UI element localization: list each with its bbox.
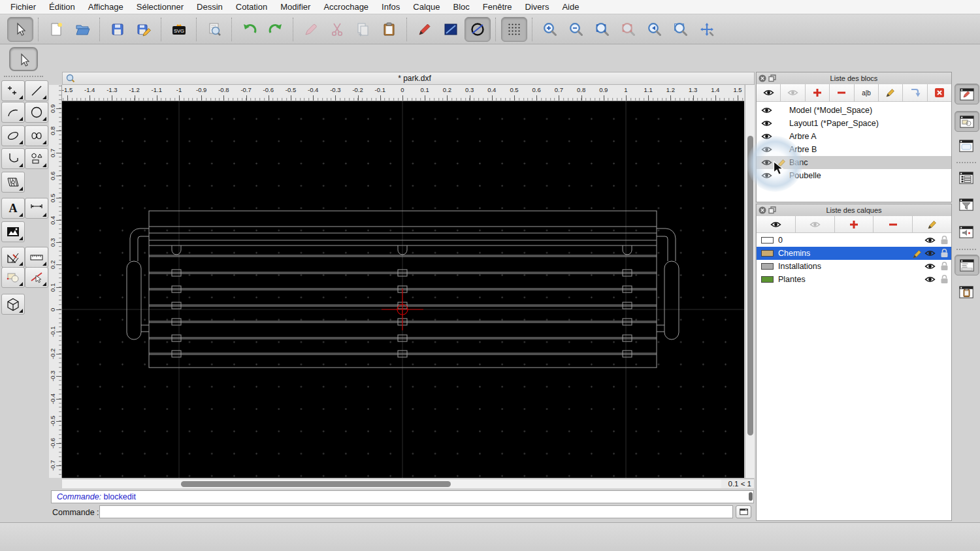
draw-circle-button[interactable]: [25, 102, 48, 123]
layer-lock-icon[interactable]: [940, 274, 949, 284]
menu-calque[interactable]: Calque: [406, 2, 446, 12]
draw-hatch-button[interactable]: [1, 172, 25, 193]
undock-icon[interactable]: [768, 74, 776, 82]
layer-row-installations[interactable]: Installations: [757, 260, 951, 273]
layer-color-swatch[interactable]: [761, 263, 774, 270]
layer-visibility-eye-icon[interactable]: [924, 276, 936, 283]
redo-button[interactable]: [263, 18, 288, 41]
block-row-banc[interactable]: Banc: [757, 156, 951, 169]
dock-entity-list-button[interactable]: [955, 168, 978, 187]
dock-filter-button[interactable]: [955, 195, 978, 214]
menu-sélectionner[interactable]: Sélectionner: [130, 2, 190, 12]
menu-affichage[interactable]: Affichage: [82, 2, 130, 12]
draw-polygon-button[interactable]: [25, 148, 48, 169]
insert-image-button[interactable]: [1, 221, 25, 242]
layer-visibility-eye-icon[interactable]: [924, 249, 936, 257]
command-window-button[interactable]: [736, 505, 751, 518]
block-row-arbre-b[interactable]: Arbre B: [757, 143, 951, 156]
layer-panel-titlebar[interactable]: Liste des calques: [757, 204, 951, 217]
save-as-button[interactable]: [131, 18, 156, 41]
dock-pen-window-button[interactable]: [955, 84, 979, 104]
edit-attributes-button[interactable]: [412, 18, 437, 41]
menu-modifier[interactable]: Modifier: [274, 2, 317, 12]
menu-accrochage[interactable]: Accrochage: [317, 2, 375, 12]
layer-visibility-eye-icon[interactable]: [924, 236, 936, 244]
block-visibility-eye-icon[interactable]: [761, 106, 772, 114]
menu-cotation[interactable]: Cotation: [229, 2, 274, 12]
draw-spline-button[interactable]: [25, 125, 48, 146]
block-visibility-eye-icon[interactable]: [761, 119, 772, 127]
layer-color-swatch[interactable]: [761, 237, 774, 244]
remove-block-button[interactable]: [830, 84, 854, 102]
show-all-layers-button[interactable]: [757, 216, 796, 233]
scrollbar-thumb[interactable]: [747, 136, 753, 435]
dock-library-browser-button[interactable]: [955, 136, 978, 155]
draw-solid-button[interactable]: [1, 294, 25, 315]
delete-entities-button[interactable]: [299, 18, 323, 41]
zoom-auto-button[interactable]: [590, 18, 615, 41]
draft-mode-button[interactable]: [465, 17, 491, 42]
menu-infos[interactable]: Infos: [375, 2, 406, 12]
export-svg-button[interactable]: SVG: [167, 18, 191, 41]
menu-divers[interactable]: Divers: [519, 2, 556, 12]
measure-tools-button[interactable]: [25, 247, 48, 268]
draw-arc-button[interactable]: [1, 102, 25, 123]
add-layer-button[interactable]: [835, 216, 874, 233]
select-arrow-button[interactable]: [7, 17, 33, 42]
menu-dessin[interactable]: Dessin: [190, 2, 229, 12]
edit-block-button[interactable]: [879, 84, 903, 102]
document-titlebar[interactable]: * park.dxf: [62, 72, 755, 85]
dock-notifications-button[interactable]: [955, 222, 978, 242]
block-row-model-model-space-[interactable]: Model (*Model_Space): [757, 104, 951, 117]
draw-ellipse-button[interactable]: [1, 125, 25, 146]
block-row-poubelle[interactable]: Poubelle: [757, 169, 951, 182]
block-visibility-eye-icon[interactable]: [761, 133, 772, 140]
remove-layer-button[interactable]: [874, 216, 913, 233]
open-file-button[interactable]: [70, 18, 95, 41]
copy-button[interactable]: [351, 18, 376, 41]
edit-layer-button[interactable]: [913, 216, 951, 233]
undock-icon[interactable]: [768, 206, 776, 214]
hide-all-blocks-button[interactable]: [781, 84, 805, 102]
block-visibility-eye-icon[interactable]: [761, 172, 772, 180]
layer-row-chemins[interactable]: Chemins: [757, 247, 951, 260]
block-visibility-eye-icon[interactable]: [761, 146, 772, 153]
layer-visibility-eye-icon[interactable]: [924, 262, 936, 270]
menu-fenêtre[interactable]: Fenêtre: [476, 2, 519, 12]
close-icon[interactable]: [759, 206, 766, 214]
draw-points-button[interactable]: [1, 80, 25, 101]
draw-dimension-button[interactable]: [25, 198, 48, 219]
selection-tool-button[interactable]: [9, 47, 38, 71]
close-block-edit-button[interactable]: [928, 84, 951, 102]
hide-all-layers-button[interactable]: [796, 216, 835, 233]
layer-row-0[interactable]: 0: [757, 234, 951, 247]
layer-color-swatch[interactable]: [761, 276, 774, 283]
draw-order-button[interactable]: [438, 18, 463, 41]
print-preview-button[interactable]: [202, 18, 227, 41]
zoom-out-button[interactable]: [564, 18, 589, 41]
modify-tools-button[interactable]: [1, 247, 25, 268]
zoom-in-button[interactable]: [538, 18, 563, 41]
canvas-vertical-scrollbar[interactable]: [745, 85, 755, 478]
layer-lock-icon[interactable]: [940, 235, 949, 245]
undo-button[interactable]: [237, 18, 262, 41]
deselect-tools-button[interactable]: [25, 267, 48, 288]
menu-bloc[interactable]: Bloc: [446, 2, 476, 12]
layer-lock-icon[interactable]: [940, 261, 949, 271]
dock-command-line-button[interactable]: [955, 255, 979, 276]
dock-shapes-window-button[interactable]: [955, 111, 979, 132]
layer-lock-icon[interactable]: [940, 248, 949, 258]
zoom-window-button[interactable]: [668, 18, 693, 41]
menu-édition[interactable]: Édition: [42, 2, 82, 12]
block-row-arbre-a[interactable]: Arbre A: [757, 130, 951, 143]
add-block-button[interactable]: [806, 84, 830, 102]
zoom-pan-button[interactable]: [694, 18, 719, 41]
draw-polyline-button[interactable]: [1, 148, 25, 169]
command-history[interactable]: Commande: blockedit: [51, 490, 754, 503]
cut-button[interactable]: [325, 18, 350, 41]
scrollbar-thumb[interactable]: [181, 481, 451, 487]
command-input[interactable]: [99, 505, 733, 518]
insert-block-button[interactable]: [903, 84, 927, 102]
dock-clipboard-button[interactable]: [955, 282, 978, 302]
close-icon[interactable]: [759, 74, 766, 82]
